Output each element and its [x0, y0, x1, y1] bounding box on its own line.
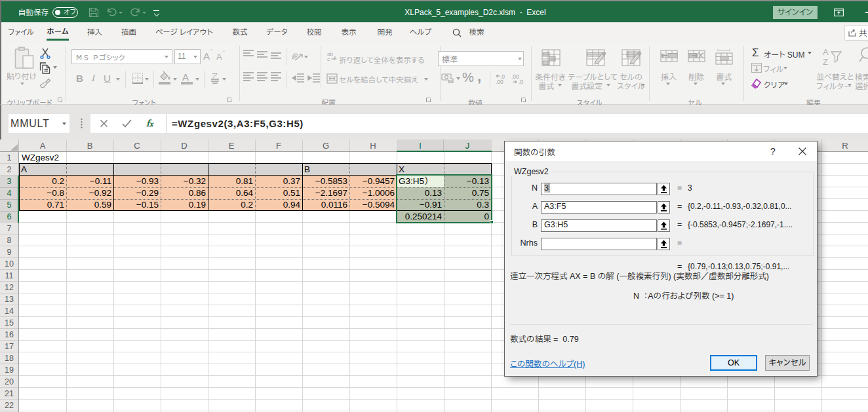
svg-text:.0: .0 — [519, 79, 523, 85]
svg-text:ab: ab — [292, 50, 300, 61]
svg-text:c: c — [327, 56, 330, 62]
svg-text:.00: .00 — [496, 79, 503, 85]
